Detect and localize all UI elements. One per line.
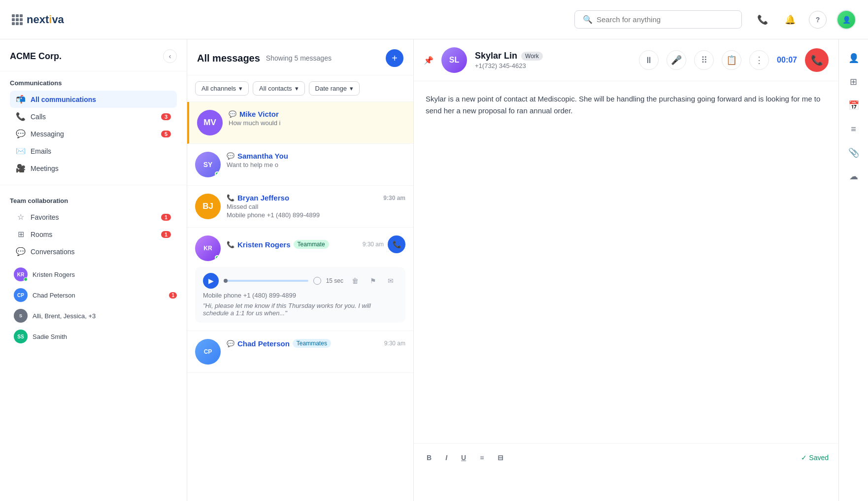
numbered-list-button[interactable]: ⊟ (495, 452, 506, 464)
chevron-down-icon: ▾ (239, 85, 242, 92)
sidebar-item-calls[interactable]: 📞 Calls 3 (10, 108, 177, 125)
chat-icon: 💬 (227, 152, 234, 160)
company-name: ACME Corp. (10, 51, 62, 62)
conv-sadie-smith[interactable]: SS Sadie Smith (4, 326, 183, 347)
chad-badge: 1 (169, 292, 177, 299)
attachment-icon-button[interactable]: 📎 (843, 142, 865, 164)
mike-victor-name: 💬 Mike Victor (229, 110, 405, 118)
group-avatar: S (14, 309, 28, 323)
samantha-avatar: SY (195, 152, 221, 177)
favorites-label: Favorites (31, 213, 156, 221)
search-input[interactable] (597, 15, 734, 24)
rooms-icon: ⊞ (16, 230, 26, 239)
saved-indicator: ✓ Saved (801, 454, 829, 462)
sidebar-item-meetings[interactable]: 🎥 Meetings (10, 160, 177, 177)
bold-button[interactable]: B (424, 452, 434, 464)
sidebar-item-rooms[interactable]: ⊞ Rooms 1 (10, 226, 177, 243)
list-icon-button[interactable]: ≡ (843, 118, 865, 140)
chad-peterson-avatar: CP (195, 339, 221, 365)
conversations-label: Conversations (31, 248, 171, 256)
pin-icon[interactable]: 📌 (424, 56, 434, 65)
message-item-mike-victor[interactable]: MV 💬 Mike Victor How much would i (187, 102, 413, 144)
grid-view-icon-button[interactable]: ⊞ (843, 71, 865, 93)
kristen-header: KR 📞 Kristen Rogers Teammate (195, 235, 405, 261)
sidebar-collapse-button[interactable]: ‹ (163, 49, 177, 63)
call-info: Skylar Lin Work +1(732) 345-4623 (475, 51, 631, 69)
mute-button[interactable]: 🎤 (667, 50, 686, 70)
message-item-samantha[interactable]: SY 💬 Samantha You Want to help me o (187, 144, 413, 186)
play-button[interactable]: ▶ (203, 273, 219, 289)
composer-input-area[interactable] (424, 469, 829, 493)
calendar-icon-button[interactable]: 📅 (843, 95, 865, 116)
bullet-list-button[interactable]: ≡ (477, 452, 487, 464)
user-avatar[interactable]: 👤 (836, 10, 856, 30)
cloud-icon-button[interactable]: ☁ (843, 166, 865, 187)
search-bar[interactable]: 🔍 (574, 10, 742, 29)
chat-composer: B I U ≡ ⊟ ✓ Saved (414, 443, 838, 501)
bryan-name: Bryan Jefferso (237, 194, 289, 202)
bryan-content: 📞 Bryan Jefferso 9:30 am Missed call Mob… (227, 194, 405, 219)
conv-group[interactable]: S Alli, Brent, Jessica, +3 (4, 305, 183, 326)
conv-kristen-rogers[interactable]: KR Kristen Rogers (4, 264, 183, 285)
nav-icons: 📞 🔔 ? 👤 (754, 10, 856, 30)
sidebar-item-all-communications[interactable]: 📬 All communications (10, 91, 177, 108)
kristen-rogers-avatar: KR (195, 235, 221, 261)
bryan-initials: BJ (202, 201, 213, 211)
phone-icon-button[interactable]: 📞 (754, 11, 771, 29)
bryan-phone: Mobile phone +1 (480) 899-4899 (227, 211, 405, 219)
kristen-call-button[interactable]: 📞 (388, 235, 405, 253)
share-voicemail-button[interactable]: ✉ (384, 274, 398, 288)
phone-icon: 📞 (227, 241, 234, 248)
message-item-bryan[interactable]: BJ 📞 Bryan Jefferso 9:30 am Missed call … (187, 186, 413, 228)
call-timer: 00:07 (777, 56, 797, 65)
kristen-voicemail-card: ▶ 15 sec 🗑 ⚑ ✉ Mobil (195, 267, 405, 323)
add-message-button[interactable]: + (386, 49, 403, 67)
mike-victor-content: 💬 Mike Victor How much would i (229, 110, 405, 127)
sidebar-header: ACME Corp. ‹ (0, 49, 187, 71)
emails-icon: ✉️ (16, 146, 26, 156)
kristen-phone: Mobile phone +1 (480) 899-4899 (203, 292, 398, 299)
sidebar-item-conversations[interactable]: 💬 Conversations (10, 243, 177, 260)
help-icon-button[interactable]: ? (809, 11, 827, 29)
end-call-button[interactable]: 📞 (805, 48, 829, 72)
sadie-label: Sadie Smith (33, 333, 177, 340)
sidebar-item-calls-label: Calls (31, 113, 156, 121)
calls-badge: 3 (161, 113, 171, 120)
right-sidebar: 👤 ⊞ 📅 ≡ 📎 ☁ (838, 39, 868, 501)
all-channels-filter[interactable]: All channels ▾ (195, 81, 249, 96)
voicemail-progress-bar[interactable] (224, 280, 308, 282)
flag-voicemail-button[interactable]: ⚑ (366, 274, 380, 288)
contact-icon-button[interactable]: 👤 (843, 47, 865, 69)
chat-message-text: Skylar is a new point of contact at Medi… (426, 93, 827, 117)
sidebar-item-messaging[interactable]: 💬 Messaging 5 (10, 125, 177, 142)
sidebar-item-emails[interactable]: ✉️ Emails (10, 142, 177, 160)
notes-button[interactable]: 📋 (722, 50, 741, 70)
composer-toolbar: B I U ≡ ⊟ ✓ Saved (424, 452, 829, 464)
conv-chad-peterson[interactable]: CP Chad Peterson 1 (4, 285, 183, 305)
bell-icon-button[interactable]: 🔔 (781, 11, 799, 29)
underline-button[interactable]: U (458, 452, 469, 464)
delete-voicemail-button[interactable]: 🗑 (348, 274, 362, 288)
date-range-filter[interactable]: Date range ▾ (309, 81, 360, 96)
keypad-button[interactable]: ⠿ (694, 50, 714, 70)
team-section: Team collaboration ☆ Favorites 1 ⊞ Rooms… (0, 189, 187, 264)
caller-name-row: Skylar Lin Work (475, 51, 631, 61)
chad-time: 9:30 am (384, 340, 405, 347)
voicemail-end-marker (313, 277, 321, 285)
grid-icon[interactable] (12, 14, 23, 25)
pause-button[interactable]: ⏸ (639, 50, 659, 70)
top-navigation: nextiva 🔍 📞 🔔 ? 👤 (0, 0, 868, 39)
voicemail-player: ▶ 15 sec 🗑 ⚑ ✉ (203, 273, 398, 289)
italic-button[interactable]: I (442, 452, 450, 464)
all-contacts-filter[interactable]: All contacts ▾ (253, 81, 304, 96)
caller-phone: +1(732) 345-4623 (475, 62, 631, 69)
rooms-badge: 1 (161, 231, 171, 238)
bryan-time: 9:30 am (383, 195, 405, 201)
message-item-chad[interactable]: CP 💬 Chad Peterson Teammates 9:30 am (187, 331, 413, 373)
communications-title: Communications (10, 79, 177, 87)
messages-panel: All messages Showing 5 messages + All ch… (187, 39, 414, 501)
message-item-kristen[interactable]: KR 📞 Kristen Rogers Teammate (187, 228, 413, 331)
sidebar-item-label: All communications (31, 96, 171, 103)
more-button[interactable]: ⋮ (749, 50, 769, 70)
sidebar-item-favorites[interactable]: ☆ Favorites 1 (10, 208, 177, 226)
